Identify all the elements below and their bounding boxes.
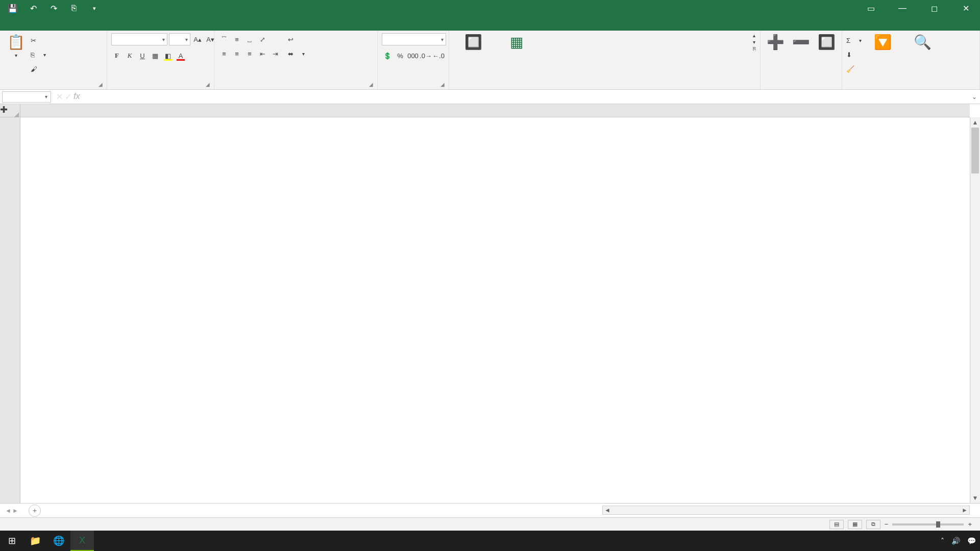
enter-formula-icon[interactable]: ✓ (65, 92, 71, 102)
format-painter-button[interactable]: 🖌 (31, 62, 46, 76)
cut-button[interactable]: ✂ (31, 34, 46, 47)
italic-button[interactable]: K (124, 50, 135, 61)
bold-button[interactable]: F (111, 50, 122, 61)
cell-grid[interactable] (20, 117, 970, 503)
fx-icon[interactable]: fx (74, 92, 80, 102)
delete-cells-button[interactable]: ➖ (790, 33, 813, 53)
eraser-icon: 🧹 (846, 65, 854, 73)
expand-formula-bar-icon[interactable]: ⌄ (969, 93, 980, 101)
vertical-scrollbar[interactable]: ▲ ▼ (970, 117, 980, 503)
comma-format-icon[interactable]: 000 (407, 50, 419, 61)
cell-styles-gallery[interactable] (540, 33, 750, 61)
percent-format-icon[interactable]: % (395, 50, 406, 61)
chevron-down-icon: ▾ (859, 38, 862, 43)
indent-decrease-icon[interactable]: ⇤ (257, 48, 268, 59)
insert-cells-button[interactable]: ➕ (765, 33, 787, 53)
accounting-format-icon[interactable]: 💲 (382, 50, 393, 61)
format-as-table-button[interactable]: ▦ (497, 33, 536, 53)
add-sheet-button[interactable]: ＋ (29, 505, 41, 517)
column-headers[interactable] (20, 104, 970, 117)
search-icon: 🔍 (914, 34, 932, 51)
sort-filter-button[interactable]: 🔽 (865, 33, 901, 53)
file-explorer-icon[interactable]: 📁 (23, 531, 47, 551)
fill-color-button[interactable]: ◧ (162, 50, 174, 61)
page-layout-view-icon[interactable]: ▦ (848, 520, 862, 529)
dialog-launcher-icon[interactable]: ◢ (369, 82, 373, 87)
zoom-out-icon[interactable]: − (885, 520, 889, 528)
redo-icon[interactable]: ↷ (46, 1, 61, 16)
title-bar: 💾 ↶ ↷ ⎘ ▾ ▭ — ◻ ✕ (0, 0, 980, 16)
brush-icon: 🖌 (31, 65, 37, 73)
scroll-down-icon[interactable]: ▼ (970, 493, 980, 503)
align-bottom-icon[interactable]: ⎵ (244, 34, 255, 45)
edge-icon[interactable]: 🌐 (47, 531, 70, 551)
ribbon-display-icon[interactable]: ▭ (861, 4, 881, 13)
align-middle-icon[interactable]: ≡ (231, 34, 242, 45)
tray-notifications-icon[interactable]: 💬 (967, 537, 976, 545)
select-all-corner[interactable] (0, 104, 20, 117)
touch-mode-icon[interactable]: ⎘ (66, 1, 82, 16)
scroll-thumb[interactable] (971, 128, 979, 173)
align-left-icon[interactable]: ≡ (218, 48, 230, 59)
row-headers[interactable] (0, 117, 20, 503)
cancel-formula-icon[interactable]: ✕ (56, 92, 63, 102)
conditional-format-button[interactable]: 🔲 (453, 33, 494, 53)
zoom-slider[interactable] (892, 523, 964, 525)
scroll-left-icon[interactable]: ◄ (603, 506, 612, 514)
find-select-button[interactable]: 🔍 (904, 33, 941, 53)
increase-decimal-icon[interactable]: .0→ (420, 50, 431, 61)
tray-chevron-icon[interactable]: ˄ (941, 537, 944, 545)
zoom-in-icon[interactable]: + (968, 520, 972, 528)
align-right-icon[interactable]: ≡ (244, 48, 255, 59)
align-top-icon[interactable]: ⎴ (218, 34, 230, 45)
save-icon[interactable]: 💾 (5, 1, 20, 16)
orientation-icon[interactable]: ⤢ (257, 34, 268, 45)
qat-customize-icon[interactable]: ▾ (87, 1, 102, 16)
format-cells-button[interactable]: 🔲 (815, 33, 838, 53)
name-box[interactable]: ▾ (2, 91, 51, 103)
dialog-launcher-icon[interactable]: ◢ (206, 82, 210, 87)
worksheet-area[interactable]: ▲ ▼ ✚ (0, 104, 980, 503)
font-color-button[interactable]: A (175, 50, 186, 61)
scroll-right-icon[interactable]: ► (960, 506, 969, 514)
merge-center-button[interactable]: ⬌ ▾ (288, 47, 305, 60)
chevron-down-icon: ▾ (441, 37, 444, 42)
close-icon[interactable]: ✕ (955, 4, 976, 13)
font-name-select[interactable]: ▾ (111, 33, 167, 45)
maximize-icon[interactable]: ◻ (924, 4, 944, 13)
wrap-icon: ↩ (288, 36, 293, 43)
chevron-down-icon: ▾ (15, 53, 17, 58)
wrap-text-button[interactable]: ↩ (288, 33, 305, 46)
clear-button[interactable]: 🧹 (846, 62, 862, 76)
dialog-launcher-icon[interactable]: ◢ (99, 82, 103, 87)
underline-button[interactable]: U (137, 50, 148, 61)
autosum-button[interactable]: Σ ▾ (846, 34, 862, 47)
increase-font-icon[interactable]: A▴ (192, 34, 203, 45)
copy-icon: ⎘ (31, 51, 35, 59)
paste-button[interactable]: 📋 ▾ (4, 33, 28, 59)
tab-nav-last-icon[interactable]: ► (12, 507, 18, 514)
indent-increase-icon[interactable]: ⇥ (270, 48, 281, 59)
taskbar: ⊞ 📁 🌐 X ˄ 🔊 💬 (0, 531, 980, 551)
undo-icon[interactable]: ↶ (26, 1, 41, 16)
number-format-select[interactable]: ▾ (382, 33, 446, 45)
excel-taskbar-icon[interactable]: X (70, 531, 94, 551)
normal-view-icon[interactable]: ▤ (829, 520, 844, 529)
fill-button[interactable]: ⬇ (846, 48, 862, 61)
zoom-thumb[interactable] (936, 521, 940, 528)
border-button[interactable]: ▦ (150, 50, 161, 61)
tab-nav-first-icon[interactable]: ◄ (5, 507, 11, 514)
scroll-up-icon[interactable]: ▲ (970, 117, 980, 128)
minimize-icon[interactable]: — (892, 4, 913, 13)
decrease-decimal-icon[interactable]: ←.0 (433, 50, 444, 61)
tray-network-icon[interactable]: 🔊 (951, 537, 960, 545)
dialog-launcher-icon[interactable]: ◢ (440, 82, 445, 87)
styles-more-button[interactable]: ▴ ▾ ⎘ (753, 33, 756, 52)
copy-button[interactable]: ⎘ ▾ (31, 48, 46, 61)
align-center-icon[interactable]: ≡ (231, 48, 242, 59)
font-size-select[interactable]: ▾ (169, 33, 190, 45)
horizontal-scrollbar[interactable]: ◄ ► (602, 506, 970, 515)
formula-input[interactable] (83, 91, 969, 103)
page-break-view-icon[interactable]: ⧉ (866, 520, 880, 529)
start-button[interactable]: ⊞ (0, 531, 23, 551)
